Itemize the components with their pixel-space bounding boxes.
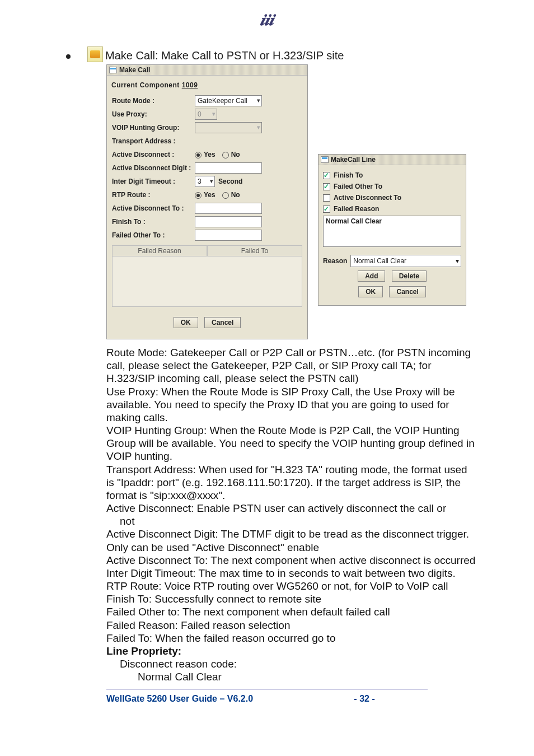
active-disconnect-no[interactable]: No	[222, 151, 240, 158]
section-icon	[87, 46, 103, 62]
add-button[interactable]: Add	[358, 270, 385, 282]
doc-paragraph: Failed To: When the failed reason occurr…	[106, 632, 476, 645]
make-call-panel: Make Call Current Component 1009 Route M…	[106, 64, 308, 339]
active-disconnect-digit-input[interactable]	[195, 162, 262, 174]
panel-icon	[109, 67, 117, 73]
rtp-route-label: RTP Route :	[112, 191, 195, 199]
bullet-dot	[66, 54, 71, 59]
doc-paragraph: Failed Reason: Failed reason selection	[106, 619, 476, 632]
doc-paragraph: Transport Address: When used for "H.323 …	[106, 463, 476, 502]
section-title: Make Call: Make Call to PSTN or H.323/SI…	[105, 49, 344, 62]
doc-paragraph: Normal Call Clear	[106, 670, 476, 683]
use-proxy-label: Use Proxy:	[112, 110, 195, 118]
inter-digit-timeout-label: Inter Digit Timeout :	[112, 178, 195, 185]
active-disconnect-to-label: Active Disconnect To :	[112, 204, 195, 212]
rtp-route-yes[interactable]: Yes	[195, 191, 216, 199]
finish-to-checkbox[interactable]	[323, 172, 330, 179]
active-disconnect-to-input[interactable]	[195, 203, 262, 214]
failed-reason-checkbox[interactable]	[323, 206, 330, 213]
footer-divider	[106, 689, 428, 689]
transport-address-label: Transport Address :	[112, 137, 195, 145]
doc-paragraph: Route Mode: Gatekeeper Call or P2P Call …	[106, 346, 476, 385]
doc-paragraph: Finish To: Successfully connect to remot…	[106, 592, 476, 605]
finish-to-input[interactable]	[195, 216, 262, 227]
footer-page: - 32 -	[253, 694, 476, 704]
failed-reason-textarea[interactable]: Normal Call Clear	[323, 216, 461, 247]
active-disconnect-to-checkbox[interactable]	[323, 194, 330, 202]
delete-button[interactable]: Delete	[392, 270, 427, 282]
rtp-route-no[interactable]: No	[222, 191, 240, 199]
active-disconnect-digit-label: Active Disconnect Digit :	[112, 164, 195, 172]
failed-other-to-checkbox[interactable]	[323, 183, 330, 190]
voip-hunting-label: VOIP Hunting Group:	[112, 124, 195, 132]
doc-paragraph: Inter Digit Timeout: The max time to in …	[106, 567, 476, 580]
route-mode-label: Route Mode :	[112, 97, 195, 105]
voip-hunting-select	[195, 122, 262, 133]
footer-left: WellGate 5260 User Guide – V6.2.0	[106, 694, 253, 704]
cancel-button[interactable]: Cancel	[204, 317, 241, 328]
col-failed-to: Failed To	[207, 245, 302, 256]
doc-paragraph: RTP Route: Voice RTP routing over WG5260…	[106, 580, 476, 592]
panel-icon	[321, 156, 329, 163]
failed-other-to-label: Failed Other To :	[112, 231, 195, 239]
doc-paragraph: Active Disconnect Digit: The DTMF digit …	[106, 528, 476, 553]
doc-paragraph: VOIP Hunting Group: When the Route Mode …	[106, 424, 476, 463]
panel-title: MakeCall Line	[331, 156, 376, 164]
header-logo: 𝒊𝒊𝒊	[45, 11, 489, 30]
panel-title: Make Call	[119, 66, 150, 74]
active-disconnect-yes[interactable]: Yes	[195, 151, 216, 158]
active-disconnect-to-label: Active Disconnect To	[334, 194, 401, 202]
active-disconnect-label: Active Disconnect :	[112, 151, 195, 158]
doc-paragraph: Disconnect reason code:	[106, 657, 476, 670]
col-failed-reason: Failed Reason	[112, 245, 207, 256]
reason-label: Reason	[323, 257, 347, 265]
inter-digit-timeout-select[interactable]: 3	[195, 176, 215, 187]
finish-to-label: Finish To :	[112, 218, 195, 226]
failed-reason-label: Failed Reason	[334, 205, 379, 213]
current-component: Current Component 1009	[111, 81, 303, 89]
ok-button[interactable]: OK	[174, 317, 198, 328]
doc-paragraph: Failed Other to: The next component when…	[106, 605, 476, 618]
reason-select[interactable]: Normal Call Clear	[350, 255, 461, 267]
cancel-button[interactable]: Cancel	[389, 286, 425, 297]
failed-other-to-input[interactable]	[195, 230, 262, 241]
doc-paragraph: Use Proxy: When the Route Mode is SIP Pr…	[106, 385, 476, 424]
ok-button[interactable]: OK	[358, 286, 383, 297]
route-mode-select[interactable]: GateKeeper Call	[195, 95, 262, 106]
doc-paragraph: not	[106, 515, 476, 528]
doc-paragraph: Active Disconnect To: The next component…	[106, 554, 476, 567]
doc-paragraph: Active Disconnect: Enable PSTN user can …	[106, 502, 476, 515]
use-proxy-select: 0	[195, 109, 217, 120]
doc-heading: Line Propriety:	[106, 645, 476, 657]
finish-to-label: Finish To	[334, 171, 363, 179]
document-body: Route Mode: Gatekeeper Call or P2P Call …	[106, 346, 476, 683]
failed-other-to-label: Failed Other To	[334, 183, 382, 190]
makecall-line-panel: MakeCall Line Finish To Failed Other To …	[318, 154, 466, 306]
failed-table-body[interactable]	[112, 256, 302, 307]
inter-digit-timeout-unit: Second	[218, 178, 242, 185]
logo-icon: 𝒊𝒊𝒊	[260, 11, 274, 30]
